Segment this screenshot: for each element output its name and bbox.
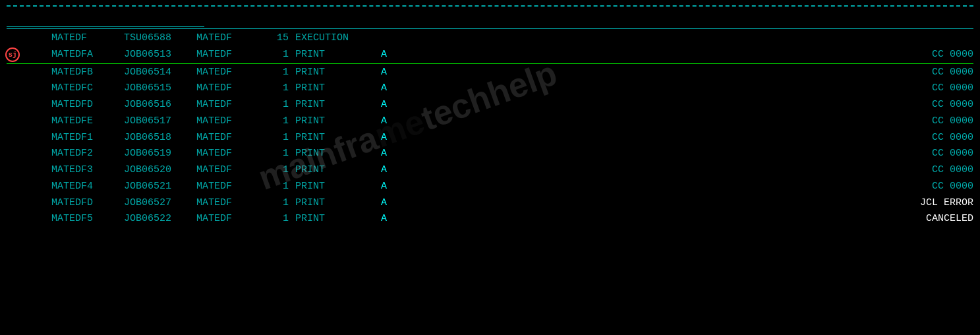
data-rows: MATEDF TSU06588 MATEDF 15 EXECUTION sj M…	[7, 30, 973, 228]
cell-jobid: JOB06518	[124, 130, 196, 146]
cell-jobname: MATEDFB	[51, 65, 124, 81]
cell-jobname: MATEDFE	[51, 113, 124, 130]
cell-maxrc: CC 0000	[546, 47, 973, 63]
cell-owner: MATEDF	[196, 130, 256, 146]
cell-jobid: JOB06517	[124, 113, 196, 130]
cell-jobid: JOB06514	[124, 65, 196, 81]
cell-maxrc: CC 0000	[546, 146, 973, 162]
command-row	[7, 11, 973, 27]
cell-owner: MATEDF	[196, 30, 256, 47]
cell-jobid: JOB06520	[124, 162, 196, 179]
cell-owner: MATEDF	[196, 80, 256, 97]
cell-jobid: TSU06588	[124, 30, 196, 47]
cell-c: A	[381, 211, 414, 228]
cell-c: A	[381, 195, 414, 212]
cell-queue: PRINT	[295, 179, 381, 195]
cell-maxrc: CC 0000	[546, 113, 973, 130]
cell-jobname: MATEDF3	[51, 162, 124, 179]
cell-jobid: JOB06513	[124, 47, 196, 63]
cell-c: A	[381, 113, 414, 130]
cell-owner: MATEDF	[196, 179, 256, 195]
cell-queue: PRINT	[295, 113, 381, 130]
cell-jobname: MATEDF2	[51, 146, 124, 162]
cell-queue: PRINT	[295, 162, 381, 179]
cell-owner: MATEDF	[196, 113, 256, 130]
cell-c: A	[381, 162, 414, 179]
cell-jobname: MATEDFA	[51, 47, 124, 63]
cell-maxrc: CC 0000	[546, 179, 973, 195]
cell-maxrc: CC 0000	[546, 97, 973, 113]
cell-prty: 1	[256, 211, 295, 228]
cell-prty: 1	[256, 146, 295, 162]
cell-owner: MATEDF	[196, 47, 256, 63]
table-row: MATEDFE JOB06517 MATEDF 1 PRINT A CC 000…	[7, 113, 973, 130]
cell-owner: MATEDF	[196, 162, 256, 179]
column-headers	[7, 27, 973, 29]
cell-jobname: MATEDFC	[51, 80, 124, 97]
cell-queue: PRINT	[295, 130, 381, 146]
cell-c: A	[381, 146, 414, 162]
cell-c: A	[381, 179, 414, 195]
sj-badge[interactable]: sj	[5, 47, 20, 62]
table-row: MATEDFD JOB06527 MATEDF 1 PRINT A JCL ER…	[7, 195, 973, 212]
cell-owner: MATEDF	[196, 195, 256, 212]
cell-queue: PRINT	[295, 146, 381, 162]
table-row: MATEDF3 JOB06520 MATEDF 1 PRINT A CC 000…	[7, 162, 973, 179]
cell-queue: PRINT	[295, 211, 381, 228]
table-row: MATEDFD JOB06516 MATEDF 1 PRINT A CC 000…	[7, 97, 973, 113]
cell-owner: MATEDF	[196, 65, 256, 81]
cell-queue: PRINT	[295, 80, 381, 97]
cell-owner: MATEDF	[196, 211, 256, 228]
table-row: MATEDF1 JOB06518 MATEDF 1 PRINT A CC 000…	[7, 130, 973, 146]
cell-jobname: MATEDFD	[51, 97, 124, 113]
cell-maxrc: CC 0000	[546, 162, 973, 179]
table-row: MATEDF2 JOB06519 MATEDF 1 PRINT A CC 000…	[7, 146, 973, 162]
cell-maxrc: JCL ERROR	[546, 195, 973, 212]
top-border	[7, 5, 973, 7]
cell-c: A	[381, 47, 414, 63]
cell-queue: PRINT	[295, 195, 381, 212]
cell-queue: PRINT	[295, 65, 381, 81]
cell-maxrc: CC 0000	[546, 80, 973, 97]
table-row: MATEDF5 JOB06522 MATEDF 1 PRINT A CANCEL…	[7, 211, 973, 228]
cell-owner: MATEDF	[196, 146, 256, 162]
table-row: MATEDF TSU06588 MATEDF 15 EXECUTION	[7, 30, 973, 47]
table-row: MATEDFC JOB06515 MATEDF 1 PRINT A CC 000…	[7, 80, 973, 97]
cell-queue: PRINT	[295, 47, 381, 63]
cell-c: A	[381, 80, 414, 97]
cell-prty: 1	[256, 130, 295, 146]
cell-prty: 1	[256, 162, 295, 179]
table-row: MATEDFB JOB06514 MATEDF 1 PRINT A CC 000…	[7, 65, 973, 81]
cell-maxrc: CANCELED	[546, 211, 973, 228]
cell-jobid: JOB06515	[124, 80, 196, 97]
cell-prty: 1	[256, 97, 295, 113]
cell-prty: 1	[256, 179, 295, 195]
cell-c: A	[381, 65, 414, 81]
cell-jobid: JOB06527	[124, 195, 196, 212]
cell-jobid: JOB06516	[124, 97, 196, 113]
cell-jobname: MATEDF	[51, 30, 124, 47]
cell-prty: 1	[256, 80, 295, 97]
cell-jobid: JOB06522	[124, 211, 196, 228]
table-row: MATEDF4 JOB06521 MATEDF 1 PRINT A CC 000…	[7, 179, 973, 195]
table-row: sj MATEDFA JOB06513 MATEDF 1 PRINT A CC …	[7, 47, 973, 64]
cell-c: A	[381, 97, 414, 113]
cell-jobname: MATEDF4	[51, 179, 124, 195]
command-label	[7, 11, 204, 27]
cell-jobname: MATEDF5	[51, 211, 124, 228]
cell-prty: 1	[256, 65, 295, 81]
cell-prty: 1	[256, 47, 295, 63]
command-input[interactable]	[7, 11, 204, 27]
cell-c: A	[381, 130, 414, 146]
cell-queue: EXECUTION	[295, 30, 381, 47]
cell-jobname: MATEDF1	[51, 130, 124, 146]
terminal-screen: MATEDF TSU06588 MATEDF 15 EXECUTION sj M…	[0, 0, 980, 335]
cell-prty: 1	[256, 195, 295, 212]
cell-jobid: JOB06521	[124, 179, 196, 195]
cell-owner: MATEDF	[196, 97, 256, 113]
cell-maxrc: CC 0000	[546, 130, 973, 146]
cell-prty: 15	[256, 30, 295, 47]
cell-jobname: MATEDFD	[51, 195, 124, 212]
cell-jobid: JOB06519	[124, 146, 196, 162]
cell-maxrc: CC 0000	[546, 65, 973, 81]
